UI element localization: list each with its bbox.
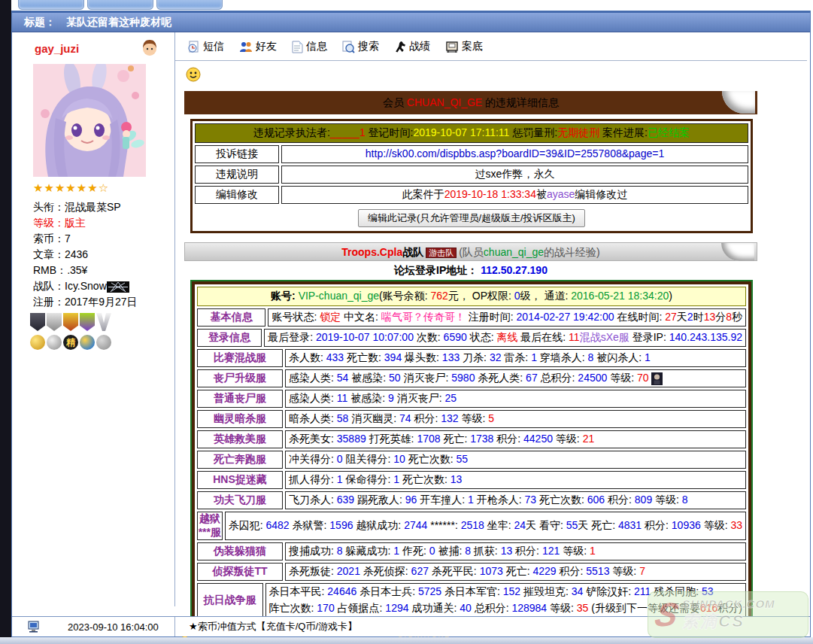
text-segment: 等级: <box>701 519 731 531</box>
toolbar-item-label: 信息 <box>306 40 327 53</box>
text-segment: 35 <box>577 602 589 614</box>
user-field: 索币：7 <box>33 231 174 247</box>
user-field: RMB：.35¥ <box>33 263 174 278</box>
text-segment: 次数: <box>414 331 444 343</box>
text-segment: 抓人得分: <box>289 473 337 485</box>
top-button-2[interactable] <box>87 0 153 10</box>
text-segment: 死亡次数: <box>405 453 457 465</box>
text-segment: 70 <box>637 372 651 384</box>
toolbar-item-criminal-record[interactable]: 案底 <box>445 40 483 53</box>
text-segment: 4831 <box>618 519 642 531</box>
battle-row-label: HNS捉迷藏 <box>197 471 283 489</box>
text-segment: 121 <box>542 545 560 557</box>
text-segment: 杀死美女: <box>289 433 337 445</box>
text-segment: 2019-10-07 17:11:11 <box>413 126 509 138</box>
text-segment: 112.50.27.190 <box>481 264 548 276</box>
text-segment: 无期徒刑 <box>557 126 599 138</box>
text-segment: (队员 <box>459 246 484 258</box>
text-segment: 账号: <box>271 290 299 302</box>
text-segment: 32 <box>490 351 502 363</box>
battle-row-label: 抗日战争服 <box>197 583 263 618</box>
toolbar-item-friends[interactable]: 好友 <box>239 40 277 53</box>
text-segment: 编辑修改过 <box>575 188 627 200</box>
violation-row-value: 此案件于2019-10-18 1:33:34被ayase编辑修改过 <box>281 186 748 204</box>
text-segment: 96 <box>405 494 417 506</box>
face-icon <box>140 38 159 58</box>
text-segment: 5513 <box>586 565 609 577</box>
text-segment: 10936 <box>672 519 701 531</box>
battle-row: 登录信息最后登录: 2019-10-07 10:07:00 次数: 6590 状… <box>197 329 746 347</box>
text-segment: (账号余额: <box>379 290 430 302</box>
text-segment: 最后在线: <box>517 331 569 343</box>
text-segment: 阻关得分: <box>343 453 394 465</box>
battle-row-stats: 搜捕成功: 8 躲藏成功: 1 作死: 0 被捕: 8 抓获: 13 积分: 1… <box>285 542 746 560</box>
text-segment: 账号状态: <box>272 311 320 323</box>
text-segment: 天 <box>677 311 687 323</box>
text-segment: 阵亡次数: <box>269 602 317 614</box>
text-segment: 积分: <box>411 412 441 424</box>
battle-row-stats: 账号状态: 锁定 中文名: 喘气哥？传奇哥！ 注册时间: 2014-02-27 … <box>268 308 746 327</box>
text-segment: 杀日本军官: <box>441 585 503 597</box>
battle-row-stats: 杀人数: 433 死亡数: 394 爆头数: 133 刀杀: 32 雷杀: 1 … <box>285 349 746 367</box>
text-segment: 50 <box>389 372 401 384</box>
text-segment: 6482 <box>265 519 289 531</box>
toolbar-item-sms[interactable]: 短信 <box>187 40 224 53</box>
watermark-line2: 索滴CS <box>682 610 775 633</box>
text-segment: 在线时间: <box>614 311 666 323</box>
text-segment: 冲关得分: <box>289 453 337 465</box>
text-segment: 杀囚犯: <box>229 519 266 531</box>
toolbar-item-info[interactable]: 信息 <box>292 40 327 53</box>
battle-row: 比赛混战服杀人数: 433 死亡数: 394 爆头数: 133 刀杀: 32 雷… <box>197 349 746 367</box>
top-button-1[interactable] <box>18 0 84 10</box>
text-segment: 死亡: <box>588 519 618 531</box>
text-segment: 等级: <box>459 412 489 424</box>
violation-row: 投诉链接http://sk00.com/dispbbs.asp?boardID=… <box>195 145 748 163</box>
text-segment: 的违规详细信息 <box>482 96 559 108</box>
text-segment: 死亡: <box>441 433 471 445</box>
top-button-3[interactable] <box>156 0 223 10</box>
text-segment: 5 <box>488 412 494 424</box>
toolbar-item-battle-record[interactable]: 战绩 <box>394 40 430 53</box>
text-segment: 7 <box>639 565 645 577</box>
text-segment[interactable]: http://sk00.com/dispbbs.asp?boardID=39&I… <box>366 147 664 159</box>
text-segment: 积分: <box>642 519 672 531</box>
text-segment: ******: <box>427 519 460 531</box>
text-segment: ) <box>669 290 672 302</box>
battle-title: Troops.Cpla战队游击队(队员chuan_qi_ge的战斗经验) <box>341 246 599 258</box>
text-segment: 33 <box>730 519 742 531</box>
text-segment: 惩罚量刑: <box>509 126 557 138</box>
text-segment: 的战斗经验) <box>544 246 600 258</box>
bottom-edge-strip <box>0 637 813 644</box>
thread-title-bar: 标题： 某队还留着这种废材呢 <box>12 11 810 32</box>
text-segment: 639 <box>337 494 354 506</box>
username-link[interactable]: gay_juzi <box>35 42 79 55</box>
battle-panel-header: Troops.Cpla战队游击队(队员chuan_qi_ge的战斗经验) <box>184 242 757 261</box>
battle-row-label: 登录信息 <box>197 329 262 347</box>
text-segment: 总积分: <box>538 372 578 384</box>
edit-record-button[interactable]: 编辑此记录(只允许管理员/超级版主/投诉区版主) <box>358 209 585 227</box>
text-segment: 游击队 <box>426 248 457 258</box>
text-segment: 1073 <box>480 565 503 577</box>
user-avatar[interactable] <box>33 64 146 177</box>
violation-row-value[interactable]: http://sk00.com/dispbbs.asp?boardID=39&I… <box>281 145 748 163</box>
battle-row: 死亡奔跑服冲关得分: 0 阻关得分: 10 死亡次数: 55 <box>197 451 746 469</box>
text-segment: 消灭丧尸: <box>401 372 452 384</box>
left-edge-strip <box>0 0 11 637</box>
medal-gold-ribbon-icon <box>63 313 78 331</box>
text-segment: 积分: <box>557 565 587 577</box>
medal-silver-cross-icon <box>47 313 62 331</box>
battle-row-stats: 杀死美女: 35889 打死英雄: 1708 死亡: 1738 积分: 4425… <box>285 430 746 448</box>
text-segment: 24500 <box>578 372 607 384</box>
zombie-level-icon <box>651 372 663 385</box>
text-segment: 感染人类: <box>289 372 337 384</box>
toolbar-item-search[interactable]: 搜索 <box>342 40 379 53</box>
text-segment: 1 <box>393 545 399 557</box>
text-segment: 35889 <box>337 433 366 445</box>
text-segment: 天 <box>526 519 536 531</box>
text-segment: 刀杀: <box>460 351 490 363</box>
text-segment: 最后登录: <box>268 331 316 343</box>
text-segment: 9 <box>388 392 394 404</box>
text-segment: 27 <box>665 311 677 323</box>
text-segment: 此案件于 <box>402 188 444 200</box>
violation-status-row: 违规记录执法者:_____1 登记时间:2019-10-07 17:11:11 … <box>195 123 748 143</box>
